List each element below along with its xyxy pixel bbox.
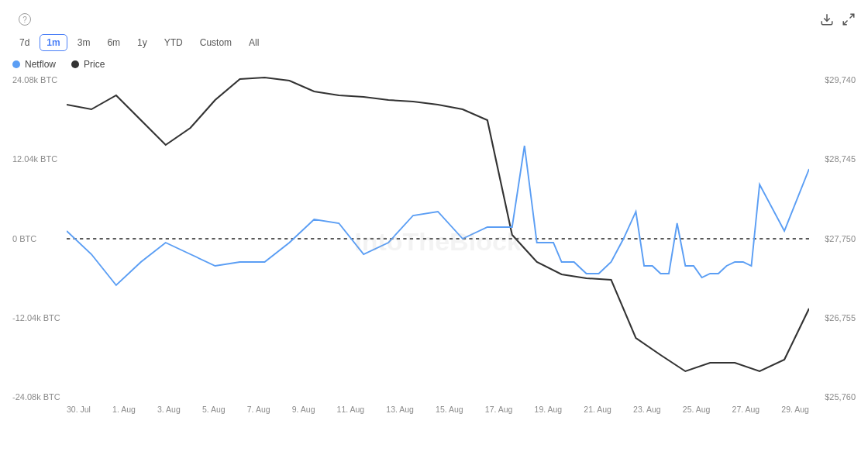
- x-axis-label: 27. Aug: [732, 405, 760, 414]
- x-axis-label: 30. Jul: [67, 405, 91, 414]
- x-axis-label: 25. Aug: [683, 405, 711, 414]
- time-filter-custom[interactable]: Custom: [193, 34, 239, 51]
- y-axis-right-label: $29,740: [809, 76, 856, 84]
- header-row: ?: [12, 12, 856, 26]
- x-axis-label: 13. Aug: [386, 405, 414, 414]
- y-axis-left-label: -24.08k BTC: [12, 393, 67, 402]
- y-axis-left-label: 0 BTC: [12, 235, 67, 243]
- x-axis-label: 23. Aug: [633, 405, 661, 414]
- y-axis-right-label: $26,755: [809, 314, 856, 322]
- x-axis-label: 3. Aug: [157, 405, 181, 414]
- header-actions: [820, 12, 856, 26]
- svg-line-2: [843, 21, 847, 25]
- svg-line-1: [850, 14, 854, 18]
- x-axis-label: 29. Aug: [781, 405, 809, 414]
- x-axis-label: 7. Aug: [247, 405, 270, 414]
- help-icon[interactable]: ?: [19, 13, 31, 26]
- legend-label: Price: [84, 59, 105, 70]
- x-axis-label: 19. Aug: [535, 405, 563, 414]
- x-axis-label: 5. Aug: [202, 405, 226, 414]
- watermark-text: IntoTheBlock: [354, 228, 522, 256]
- legend-dot: [12, 60, 20, 68]
- x-axis-label: 9. Aug: [292, 405, 315, 414]
- chart-svg: IntoTheBlock: [67, 76, 809, 402]
- x-axis-label: 21. Aug: [584, 405, 611, 414]
- x-axis-label: 1. Aug: [112, 405, 136, 414]
- x-axis-label: 17. Aug: [485, 405, 513, 414]
- netflow-line: [67, 146, 809, 285]
- time-filter-1y[interactable]: 1y: [130, 34, 154, 51]
- y-axis-right-label: $28,745: [809, 155, 856, 164]
- x-axis: 30. Jul1. Aug3. Aug5. Aug7. Aug9. Aug11.…: [12, 402, 856, 414]
- time-filter-all[interactable]: All: [242, 34, 266, 51]
- y-axis-right-label: $27,750: [809, 235, 856, 243]
- y-axis-left: 24.08k BTC12.04k BTC0 BTC-12.04k BTC-24.…: [12, 76, 67, 402]
- legend-item-price: Price: [71, 59, 105, 70]
- time-filter-ytd[interactable]: YTD: [157, 34, 190, 51]
- price-line: [67, 78, 809, 371]
- time-filter-6m[interactable]: 6m: [100, 34, 127, 51]
- time-filter-7d[interactable]: 7d: [12, 34, 36, 51]
- y-axis-left-label: 12.04k BTC: [12, 155, 67, 164]
- time-filter-1m[interactable]: 1m: [40, 34, 67, 51]
- expand-button[interactable]: [842, 12, 856, 26]
- title-group: ?: [12, 13, 31, 26]
- legend-label: Netflow: [25, 59, 56, 70]
- legend-dot: [71, 60, 79, 68]
- legend-row: NetflowPrice: [12, 59, 856, 70]
- time-filter-3m[interactable]: 3m: [71, 34, 98, 51]
- chart-area: 24.08k BTC12.04k BTC0 BTC-12.04k BTC-24.…: [12, 76, 856, 402]
- y-axis-right: $29,740$28,745$27,750$26,755$25,760: [809, 76, 856, 402]
- y-axis-left-label: -12.04k BTC: [12, 314, 67, 322]
- y-axis-right-label: $25,760: [809, 393, 856, 402]
- x-axis-label: 15. Aug: [436, 405, 463, 414]
- legend-item-netflow: Netflow: [12, 59, 56, 70]
- y-axis-left-label: 24.08k BTC: [12, 76, 67, 84]
- chart-container: ? 7d1m3m6m1yYTDCustomAll NetflowPri: [0, 0, 868, 455]
- x-axis-label: 11. Aug: [337, 405, 365, 414]
- download-button[interactable]: [820, 12, 834, 26]
- time-filters: 7d1m3m6m1yYTDCustomAll: [12, 34, 856, 51]
